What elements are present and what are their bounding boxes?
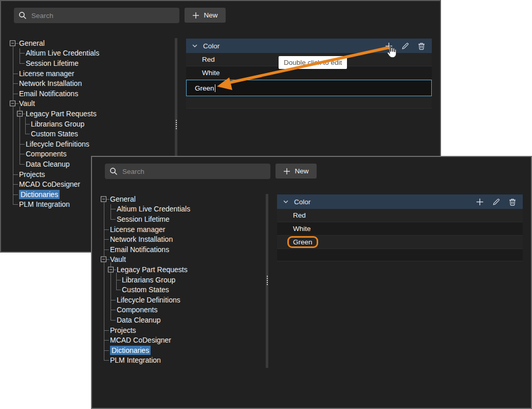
tree-item-lifecycle-definitions[interactable]: Lifecycle Definitions bbox=[92, 295, 262, 305]
tree-item-plm-integration[interactable]: PLM Integration bbox=[92, 355, 262, 366]
color-row-green[interactable]: Green bbox=[277, 236, 523, 249]
tree-item-dictionaries[interactable]: Dictionaries bbox=[92, 345, 262, 355]
edit-item-button[interactable] bbox=[491, 197, 501, 207]
tree-panel-splitter[interactable] bbox=[266, 194, 268, 368]
collapse-expander-icon[interactable] bbox=[10, 101, 15, 106]
search-box[interactable] bbox=[14, 8, 179, 23]
tree-item-label: Vault bbox=[110, 255, 126, 263]
tree-item-mcad-codesigner[interactable]: MCAD CoDesigner bbox=[1, 179, 171, 189]
screenshot-stage: New GeneralAltium Live CredentialsSessio… bbox=[0, 0, 532, 409]
tree-item-email-notifications[interactable]: Email Notifications bbox=[1, 88, 171, 99]
tree-item-legacy-part-requests[interactable]: Legacy Part Requests bbox=[1, 109, 171, 119]
new-button-label: New bbox=[204, 11, 217, 19]
trash-icon bbox=[509, 198, 516, 206]
tree-item-label: MCAD CoDesigner bbox=[110, 336, 171, 344]
tree-item-librarians-group[interactable]: Librarians Group bbox=[1, 119, 171, 129]
tree-item-session-lifetime[interactable]: Session Lifetime bbox=[1, 58, 171, 68]
tree-item-label: Librarians Group bbox=[31, 120, 84, 128]
collapse-expander-icon[interactable] bbox=[108, 266, 114, 272]
collapse-expander-icon[interactable] bbox=[101, 196, 106, 202]
panel-title: Color bbox=[294, 198, 310, 206]
highlight-annotation: Green bbox=[287, 236, 318, 248]
tree-item-lifecycle-definitions[interactable]: Lifecycle Definitions bbox=[1, 139, 171, 149]
tree-item-label: Custom States bbox=[122, 286, 169, 294]
color-row-white[interactable]: White bbox=[277, 222, 523, 236]
chevron-down-icon[interactable] bbox=[283, 200, 288, 204]
tooltip-text: Double click to edit bbox=[284, 59, 342, 66]
color-row-label: White bbox=[202, 69, 220, 77]
tree-item-components[interactable]: Components bbox=[1, 149, 171, 159]
collapse-expander-icon[interactable] bbox=[101, 257, 106, 262]
color-row-empty bbox=[186, 96, 432, 109]
tree-item-altium-live-credentials[interactable]: Altium Live Credentials bbox=[92, 204, 262, 215]
new-button[interactable]: New bbox=[185, 8, 226, 23]
tree-item-data-cleanup[interactable]: Data Cleanup bbox=[1, 159, 171, 169]
color-panel-header[interactable]: Color bbox=[277, 194, 523, 209]
tree-item-label: Data Cleanup bbox=[117, 316, 161, 324]
tree-item-label: Altium Live Credentials bbox=[26, 49, 99, 57]
tree-item-vault[interactable]: Vault bbox=[92, 255, 262, 265]
plus-icon bbox=[283, 168, 290, 175]
tree-item-librarians-group[interactable]: Librarians Group bbox=[92, 275, 262, 285]
tree-item-vault[interactable]: Vault bbox=[1, 99, 171, 109]
tree-item-data-cleanup[interactable]: Data Cleanup bbox=[92, 315, 262, 325]
tree-item-label: Network Installation bbox=[19, 79, 82, 87]
tooltip: Double click to edit bbox=[279, 56, 347, 69]
tree-item-label: Dictionaries bbox=[19, 190, 60, 199]
tree-item-label: Vault bbox=[19, 99, 35, 108]
add-item-button[interactable] bbox=[383, 41, 394, 51]
tree-item-license-manager[interactable]: License manager bbox=[1, 68, 171, 79]
tree-item-label: Session Lifetime bbox=[117, 215, 170, 223]
tree-item-email-notifications[interactable]: Email Notifications bbox=[92, 244, 262, 255]
tree-item-projects[interactable]: Projects bbox=[1, 169, 171, 180]
tree-item-label: Email Notifications bbox=[110, 245, 169, 254]
tree-item-projects[interactable]: Projects bbox=[92, 325, 262, 335]
plus-icon bbox=[385, 42, 393, 50]
collapse-expander-icon[interactable] bbox=[17, 111, 23, 116]
trash-icon bbox=[418, 42, 425, 50]
tree-item-label: Projects bbox=[110, 326, 136, 334]
tree-item-label: Components bbox=[26, 150, 66, 158]
delete-item-button[interactable] bbox=[507, 197, 518, 207]
tree-item-legacy-part-requests[interactable]: Legacy Part Requests bbox=[92, 264, 262, 275]
tree-item-label: Projects bbox=[19, 170, 45, 179]
tree-item-label: Librarians Group bbox=[122, 276, 175, 284]
edit-value-text: Green bbox=[195, 84, 214, 92]
tree-item-label: Dictionaries bbox=[110, 346, 151, 355]
tree-item-network-installation[interactable]: Network Installation bbox=[1, 78, 171, 88]
color-panel: Color bbox=[277, 194, 523, 261]
tree-item-general[interactable]: General bbox=[92, 194, 262, 204]
tree-item-label: Data Cleanup bbox=[26, 160, 70, 168]
settings-tree: GeneralAltium Live CredentialsSession Li… bbox=[1, 38, 171, 209]
text-caret bbox=[215, 84, 215, 92]
chevron-down-icon[interactable] bbox=[192, 44, 197, 48]
tree-item-license-manager[interactable]: License manager bbox=[92, 224, 262, 235]
color-row-label: White bbox=[293, 225, 311, 233]
new-button-label: New bbox=[295, 167, 308, 175]
new-button[interactable]: New bbox=[276, 164, 317, 179]
settings-tree: GeneralAltium Live CredentialsSession Li… bbox=[92, 194, 262, 365]
panel-title: Color bbox=[203, 42, 219, 50]
tree-item-altium-live-credentials[interactable]: Altium Live Credentials bbox=[1, 48, 171, 59]
color-panel: Color bbox=[186, 39, 432, 109]
search-input[interactable] bbox=[31, 12, 175, 20]
color-row-label: Green bbox=[293, 238, 313, 246]
tree-item-custom-states[interactable]: Custom States bbox=[1, 129, 171, 139]
collapse-expander-icon[interactable] bbox=[10, 40, 15, 46]
splitter-grip-icon bbox=[267, 276, 268, 286]
tree-item-mcad-codesigner[interactable]: MCAD CoDesigner bbox=[92, 335, 262, 345]
color-row-red[interactable]: Red bbox=[277, 209, 523, 222]
delete-item-button[interactable] bbox=[416, 41, 427, 51]
tree-item-components[interactable]: Components bbox=[92, 305, 262, 315]
color-row-edit-input[interactable]: Green bbox=[186, 80, 432, 96]
add-item-button[interactable] bbox=[474, 197, 485, 207]
tree-item-session-lifetime[interactable]: Session Lifetime bbox=[92, 214, 262, 224]
tree-item-custom-states[interactable]: Custom States bbox=[92, 284, 262, 295]
edit-item-button[interactable] bbox=[400, 41, 410, 51]
tree-item-label: Lifecycle Definitions bbox=[117, 296, 180, 304]
tree-item-network-installation[interactable]: Network Installation bbox=[92, 234, 262, 244]
tree-item-general[interactable]: General bbox=[1, 38, 171, 48]
color-row-empty bbox=[277, 249, 523, 261]
color-panel-header[interactable]: Color bbox=[186, 39, 432, 53]
tree-item-label: General bbox=[19, 39, 45, 47]
